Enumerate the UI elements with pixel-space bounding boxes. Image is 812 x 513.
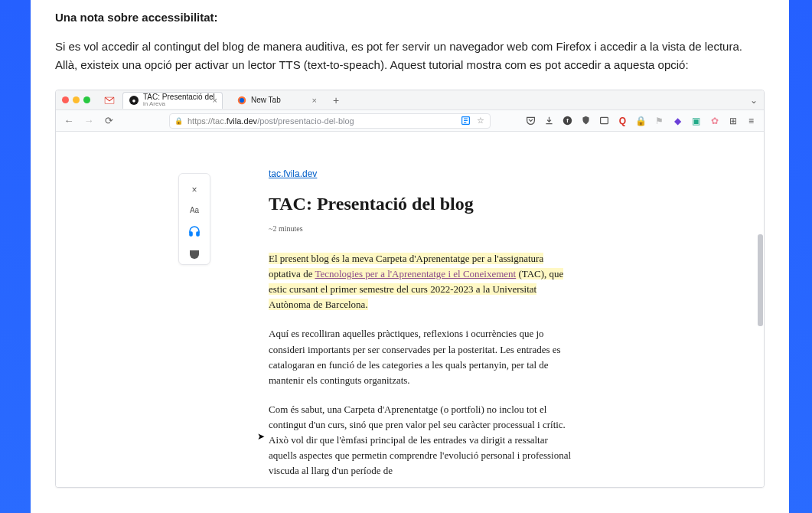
headphones-icon[interactable]: [188, 225, 201, 237]
reader-mode-icon[interactable]: [461, 116, 471, 126]
article-paragraph-1: El present blog és la meva Carpeta d'Apr…: [269, 251, 575, 313]
gmail-icon[interactable]: [104, 96, 115, 104]
maximize-window-icon[interactable]: [83, 96, 90, 103]
window-controls[interactable]: [62, 96, 90, 103]
gear-ext-icon[interactable]: ✿: [709, 116, 719, 126]
reading-time: ~2 minutes: [269, 224, 575, 233]
save-pocket-icon[interactable]: [188, 248, 201, 260]
browser-screenshot: ● TAC: Presentació del blog in Areva × N…: [55, 90, 765, 488]
address-bar[interactable]: 🔒 https://tac.fvila.dev/post/presentacio…: [169, 113, 491, 129]
new-tab-button[interactable]: +: [330, 94, 342, 106]
minimize-window-icon[interactable]: [73, 96, 80, 103]
mouse-cursor-icon: ➤: [257, 431, 265, 442]
close-window-icon[interactable]: [62, 96, 69, 103]
firefox-icon: [237, 96, 246, 105]
container-icon[interactable]: [599, 116, 609, 126]
extensions-icon[interactable]: ⊞: [728, 116, 738, 126]
article-paragraph-3: Com és sabut, una Carpeta d'Aprenentatge…: [269, 402, 575, 479]
page-viewport: × Aa tac.fvila.dev TAC: Presentació del …: [56, 132, 764, 487]
bookmark-star-icon[interactable]: ☆: [475, 116, 485, 126]
tab-close-icon[interactable]: ×: [312, 96, 317, 105]
close-reader-icon[interactable]: ×: [188, 185, 201, 195]
shield-icon[interactable]: [581, 116, 591, 126]
flag-ext-icon[interactable]: ⚑: [654, 116, 664, 126]
accessibility-body: Si es vol accedir al contingut del blog …: [55, 38, 765, 74]
lock-ext-icon[interactable]: 🔒: [636, 116, 646, 126]
pocket-icon[interactable]: [526, 116, 536, 126]
url-text: https://tac.fvila.dev/post/presentacio-d…: [188, 116, 354, 126]
tab-strip: ● TAC: Presentació del blog in Areva × N…: [56, 90, 764, 110]
download-icon[interactable]: [544, 116, 554, 126]
search-icon[interactable]: Q: [618, 116, 628, 126]
facebook-icon[interactable]: f: [563, 116, 572, 126]
tab-close-icon[interactable]: ×: [213, 96, 217, 105]
tab-title: New Tab: [251, 96, 281, 104]
site-link[interactable]: tac.fvila.dev: [269, 168, 317, 179]
url-bar-row: ← → ⟳ 🔒 https://tac.fvila.dev/post/prese…: [56, 110, 764, 132]
svg-point-1: [240, 98, 244, 103]
tabs-dropdown-icon[interactable]: ⌄: [750, 95, 758, 106]
diamond-ext-icon[interactable]: ◆: [673, 116, 683, 126]
accessibility-heading: Una nota sobre accessibilitat:: [55, 11, 765, 24]
article-paragraph-2: Aquí es recolliran aquelles pràctiques, …: [269, 326, 575, 388]
document-card: Una nota sobre accessibilitat: Si es vol…: [31, 0, 789, 513]
browser-tab-active[interactable]: ● TAC: Presentació del blog in Areva ×: [122, 92, 223, 109]
lock-icon: 🔒: [174, 117, 183, 125]
toolbar-icons: f Q 🔒 ⚑ ◆ ▣ ✿ ⊞ ≡: [526, 116, 756, 126]
svg-rect-6: [190, 232, 192, 236]
browser-tab-inactive[interactable]: New Tab ×: [230, 92, 322, 109]
reader-controls-rail: × Aa: [178, 173, 210, 265]
tab-favicon-icon: ●: [129, 96, 139, 105]
forward-button[interactable]: →: [83, 115, 94, 126]
back-button[interactable]: ←: [64, 115, 74, 126]
article-title: TAC: Presentació del blog: [269, 193, 575, 215]
scrollbar-thumb[interactable]: [758, 234, 763, 326]
article-inline-link[interactable]: Tecnologies per a l'Aprenentatge i el Co…: [315, 268, 516, 279]
svg-rect-5: [601, 117, 608, 123]
reload-button[interactable]: ⟳: [103, 115, 114, 126]
hamburger-menu-icon[interactable]: ≡: [746, 116, 756, 126]
window-ext-icon[interactable]: ▣: [691, 116, 701, 126]
reader-article: tac.fvila.dev TAC: Presentació del blog …: [269, 168, 575, 487]
svg-rect-7: [197, 232, 199, 236]
tab-title: TAC: Presentació del blog in Areva: [143, 93, 216, 107]
font-controls-icon[interactable]: Aa: [188, 206, 201, 214]
